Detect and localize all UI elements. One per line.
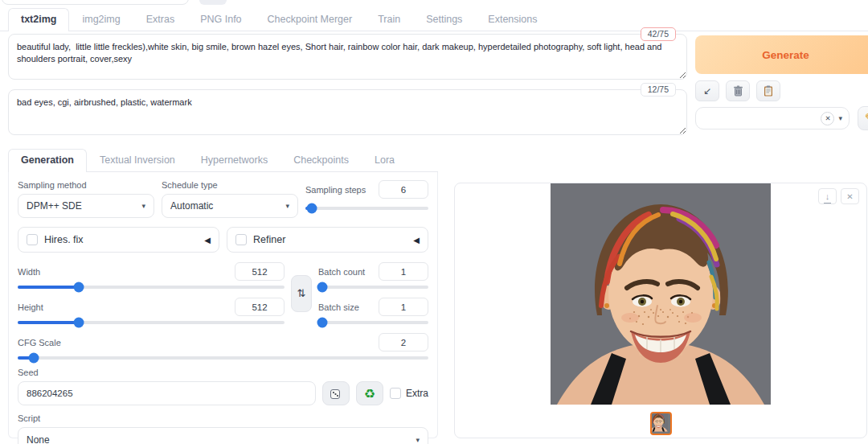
schedule-type-dropdown[interactable]: Automatic ▾	[162, 194, 298, 218]
schedule-type-label: Schedule type	[162, 180, 298, 190]
generation-panel: Sampling method DPM++ SDE ▾ Schedule typ…	[8, 172, 438, 438]
chevron-down-icon: ▾	[838, 114, 842, 122]
seed-label: Seed	[18, 368, 428, 377]
schedule-type-value: Automatic	[170, 200, 285, 212]
negative-prompt-container: 12/75 bad eyes, cgi, airbrushed, plastic…	[8, 89, 687, 138]
apply-styles-button[interactable]	[756, 80, 780, 101]
sampling-steps-input[interactable]	[379, 180, 428, 199]
height-slider[interactable]	[18, 321, 285, 324]
script-value: None	[27, 434, 416, 444]
swap-arrows-icon: ⇅	[297, 287, 306, 299]
seed-group: Seed ♻ Extra	[18, 368, 428, 405]
hires-fix-checkbox[interactable]	[27, 234, 38, 245]
batch-count-label: Batch count	[318, 267, 365, 277]
seed-input[interactable]	[18, 381, 316, 405]
download-image-button[interactable]: ↓	[818, 188, 837, 204]
generate-button[interactable]: Generate	[695, 35, 868, 74]
recycle-icon: ♻	[364, 386, 375, 401]
styles-dropdown[interactable]: ✕ ▾	[695, 107, 850, 130]
refiner-label: Refiner	[253, 234, 407, 245]
extra-seed-toggle[interactable]: Extra	[390, 388, 428, 399]
close-preview-button[interactable]: ✕	[841, 188, 859, 204]
swap-width-height-button[interactable]: ⇅	[291, 275, 312, 312]
extra-checkbox[interactable]	[390, 388, 401, 399]
sampling-steps-group: Sampling steps	[305, 180, 428, 218]
prompt-token-counter: 42/75	[641, 27, 676, 41]
sampling-method-group: Sampling method DPM++ SDE ▾	[18, 180, 154, 218]
arrow-down-left-icon: ↙	[703, 85, 711, 97]
tab-extras[interactable]: Extras	[133, 8, 187, 31]
random-seed-button[interactable]	[322, 381, 350, 405]
hires-fix-accordion[interactable]: Hires. fix ◀	[18, 227, 219, 253]
refiner-accordion[interactable]: Refiner ◀	[227, 227, 428, 253]
negative-token-counter: 12/75	[641, 83, 676, 97]
width-input[interactable]	[235, 262, 285, 281]
tab-lora[interactable]: Lora	[362, 149, 407, 171]
height-label: Height	[18, 302, 43, 312]
sampling-method-label: Sampling method	[18, 180, 154, 190]
sampling-method-dropdown[interactable]: DPM++ SDE ▾	[18, 194, 154, 218]
reuse-seed-button[interactable]: ♻	[356, 381, 383, 405]
result-gallery-card: ↓ ✕	[454, 183, 867, 438]
paste-generation-params-button[interactable]: ↙	[695, 80, 719, 101]
clear-styles-icon[interactable]: ✕	[821, 112, 834, 125]
edit-styles-button[interactable]: ✎	[858, 106, 868, 130]
hires-fix-label: Hires. fix	[44, 234, 198, 245]
script-group: Script None ▾	[18, 413, 428, 444]
prompt-input[interactable]: beautiful lady, little little freckles),…	[8, 34, 687, 80]
batch-group: Batch count Batch size	[318, 262, 428, 324]
cfg-scale-label: CFG Scale	[18, 338, 61, 347]
height-input[interactable]	[235, 298, 285, 316]
thumbnail-image	[652, 413, 670, 434]
schedule-type-group: Schedule type Automatic ▾	[162, 180, 298, 218]
clear-prompt-button[interactable]	[726, 80, 750, 101]
refiner-checkbox[interactable]	[235, 234, 247, 245]
chevron-down-icon: ▾	[141, 202, 145, 210]
script-dropdown[interactable]: None ▾	[18, 427, 428, 444]
batch-count-input[interactable]	[379, 262, 428, 281]
batch-size-input[interactable]	[379, 298, 428, 316]
tab-train[interactable]: Train	[365, 8, 413, 31]
checkpoint-dropdown-stub[interactable]	[2, 0, 189, 5]
tab-textual-inversion[interactable]: Textual Inversion	[87, 149, 188, 171]
width-label: Width	[18, 267, 40, 277]
thumbnail-strip	[455, 412, 866, 435]
tab-png-info[interactable]: PNG Info	[187, 8, 254, 31]
accordion-collapsed-icon: ◀	[204, 236, 211, 245]
tab-extensions[interactable]: Extensions	[475, 8, 550, 31]
tab-checkpoint-merger[interactable]: Checkpoint Merger	[255, 8, 366, 31]
prompt-toolbar: ↙	[695, 80, 780, 101]
batch-size-slider[interactable]	[318, 321, 428, 324]
prompt-container: 42/75 beautiful lady, little little frec…	[8, 34, 687, 83]
sampling-steps-slider[interactable]	[305, 207, 428, 210]
settings-tab-bar: Generation Textual Inversion Hypernetwor…	[8, 149, 438, 172]
width-slider[interactable]	[18, 286, 285, 289]
cfg-scale-slider[interactable]	[18, 356, 428, 360]
tab-hypernetworks[interactable]: Hypernetworks	[188, 149, 280, 171]
close-icon: ✕	[846, 192, 853, 201]
trash-icon	[733, 85, 743, 97]
tab-checkpoints[interactable]: Checkpoints	[280, 149, 362, 171]
tab-settings[interactable]: Settings	[413, 8, 475, 31]
tab-img2img[interactable]: img2img	[69, 8, 133, 31]
generated-image[interactable]	[551, 183, 771, 405]
tab-txt2img[interactable]: txt2img	[8, 8, 69, 31]
sampling-method-value: DPM++ SDE	[27, 200, 141, 212]
tab-generation[interactable]: Generation	[8, 149, 87, 172]
main-tab-bar: txt2img img2img Extras PNG Info Checkpoi…	[0, 8, 868, 31]
clipboard-icon	[764, 85, 773, 97]
download-icon: ↓	[825, 192, 830, 201]
accordion-collapsed-icon: ◀	[413, 236, 420, 245]
extra-label: Extra	[406, 388, 428, 399]
chevron-down-icon: ▾	[285, 202, 289, 210]
cfg-scale-input[interactable]	[379, 333, 428, 352]
styles-row: ✕ ▾ ✎	[695, 106, 868, 130]
dice-icon	[330, 388, 342, 400]
chevron-down-icon: ▾	[416, 436, 420, 444]
cfg-group: CFG Scale	[18, 333, 428, 360]
batch-count-slider[interactable]	[318, 286, 428, 289]
negative-prompt-input[interactable]: bad eyes, cgi, airbrushed, plastic, wate…	[8, 89, 687, 135]
pencil-icon: ✎	[865, 111, 868, 125]
thumbnail-selected[interactable]	[650, 412, 672, 435]
refresh-checkpoint-button-stub[interactable]	[199, 0, 227, 5]
